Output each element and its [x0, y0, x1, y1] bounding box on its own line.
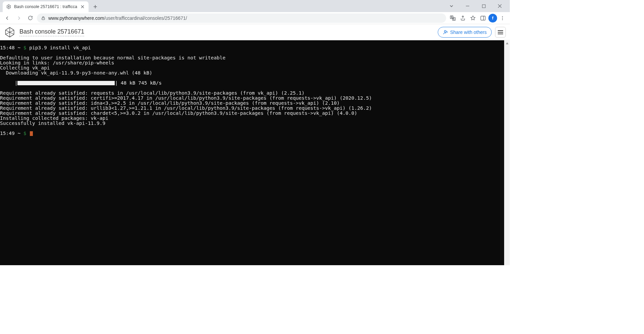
url-path: /user/trafficcardinal/consoles/25716671/ [104, 15, 187, 21]
kebab-menu-icon[interactable] [498, 13, 507, 23]
terminal-prompt-line: 15:49 ~ $ [0, 131, 510, 136]
new-tab-button[interactable] [91, 2, 100, 11]
window-minimize-button[interactable] [460, 1, 475, 11]
add-user-icon [443, 30, 448, 35]
translate-icon[interactable] [448, 13, 458, 23]
terminal-output-line: Defaulting to user installation because … [0, 55, 510, 60]
forward-button[interactable] [14, 13, 23, 23]
scroll-up-icon[interactable] [504, 40, 510, 46]
svg-point-7 [502, 19, 503, 20]
reload-button[interactable] [25, 13, 35, 23]
svg-rect-4 [481, 16, 485, 20]
browser-titlebar: Bash console 25716671 : trafficca [0, 0, 510, 12]
profile-avatar[interactable]: f [488, 14, 497, 22]
window-controls [444, 0, 507, 12]
terminal-output-line: Requirement already satisfied: requests … [0, 91, 510, 96]
toolbar-right: f [448, 13, 507, 23]
tab-close-button[interactable] [80, 4, 85, 9]
window-maximize-button[interactable] [476, 1, 491, 11]
terminal-cursor [30, 131, 33, 136]
terminal-output-line: Requirement already satisfied: urllib3<1… [0, 106, 510, 111]
terminal-progress-line: || 48 kB 745 kB/s [0, 81, 510, 86]
terminal-output-line: Looking in links: /usr/share/pip-wheels [0, 60, 510, 65]
terminal-output-line: Successfully installed vk-api-11.9.9 [0, 121, 510, 126]
terminal-output-line: Requirement already satisfied: certifi>=… [0, 96, 510, 101]
panel-icon[interactable] [478, 13, 488, 23]
hamburger-menu-button[interactable] [495, 27, 506, 38]
chevron-down-icon[interactable] [444, 1, 459, 11]
terminal-container: 15:48 ~ $ pip3.9 install vk_api Defaulti… [0, 40, 510, 265]
lock-icon [41, 16, 46, 20]
share-icon[interactable] [458, 13, 468, 23]
terminal-output-line: Requirement already satisfied: idna<3,>=… [0, 101, 510, 106]
tab-title: Bash console 25716671 : trafficca [14, 4, 77, 9]
terminal-output-line: Installing collected packages: vk-api [0, 116, 510, 121]
back-button[interactable] [3, 13, 12, 23]
page-header: Bash console 25716671 Share with others [0, 24, 510, 40]
terminal-output-line: Collecting vk_api [0, 65, 510, 70]
share-with-others-button[interactable]: Share with others [438, 27, 492, 38]
terminal-output-line: Downloading vk_api-11.9.9-py3-none-any.w… [0, 70, 510, 76]
browser-tab[interactable]: Bash console 25716671 : trafficca [3, 1, 89, 12]
tab-favicon-icon [6, 4, 11, 9]
url-text: www.pythonanywhere.com/user/trafficcardi… [48, 15, 187, 21]
pythonanywhere-logo-icon[interactable] [3, 26, 16, 39]
window-close-button[interactable] [492, 1, 507, 11]
address-bar[interactable]: www.pythonanywhere.com/user/trafficcardi… [37, 13, 446, 23]
svg-rect-0 [482, 4, 485, 7]
svg-point-6 [502, 17, 503, 18]
share-button-label: Share with others [450, 30, 487, 35]
svg-rect-1 [42, 18, 45, 19]
terminal-output-line: Requirement already satisfied: chardet<5… [0, 111, 510, 116]
browser-toolbar: www.pythonanywhere.com/user/trafficcardi… [0, 12, 510, 24]
svg-point-5 [502, 16, 503, 17]
url-host: www.pythonanywhere.com [48, 15, 104, 21]
progress-bar [17, 81, 115, 85]
page-title[interactable]: Bash console 25716671 [19, 28, 84, 36]
avatar-letter: f [492, 15, 493, 20]
star-icon[interactable] [468, 13, 478, 23]
terminal[interactable]: 15:48 ~ $ pip3.9 install vk_api Defaulti… [0, 40, 510, 265]
terminal-scrollbar[interactable] [504, 40, 510, 265]
terminal-prompt-line: 15:48 ~ $ pip3.9 install vk_api [0, 45, 510, 50]
